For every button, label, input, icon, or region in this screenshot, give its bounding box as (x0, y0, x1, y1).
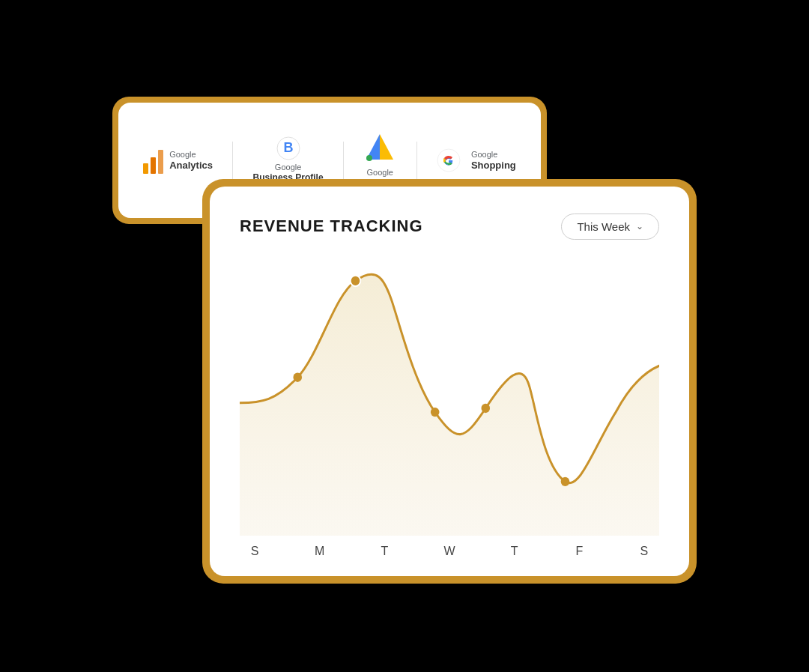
card-header: REVENUE TRACKING This Week ⌄ (240, 214, 659, 240)
gshopping-name-label: Shopping (471, 160, 516, 172)
svg-point-5 (366, 155, 372, 161)
gads-icon (363, 131, 396, 161)
chart-area (240, 258, 659, 536)
gbp-icon: B (276, 136, 300, 160)
period-label: This Week (577, 220, 630, 233)
gbp-google-label: Google (275, 162, 301, 172)
x-axis: S M T W T F S (240, 539, 659, 558)
ga-google-label: Google (169, 149, 213, 160)
divider-1 (232, 142, 233, 179)
gads-google-label: Google (367, 167, 393, 178)
scene: Google Analytics B Google Business Profi… (112, 67, 697, 606)
google-business-profile-logo: B Google Business Profile (253, 136, 324, 184)
google-analytics-logo: Google Analytics (143, 147, 213, 174)
x-label-s1: S (240, 545, 270, 558)
chart-fill-path (240, 274, 659, 536)
gshopping-icon (437, 148, 461, 172)
chart-dot-4 (481, 403, 490, 412)
ga-icon (143, 147, 163, 174)
gshopping-google-label: Google (471, 149, 516, 160)
period-selector[interactable]: This Week ⌄ (561, 214, 659, 240)
divider-3 (416, 142, 417, 179)
front-card-wrapper: REVENUE TRACKING This Week ⌄ (202, 179, 697, 584)
chart-dot-5 (561, 476, 570, 485)
chart-dot-1 (293, 372, 302, 381)
google-shopping-logo: Google Shopping (437, 148, 516, 172)
x-label-s2: S (629, 545, 659, 558)
chart-title: REVENUE TRACKING (240, 217, 423, 236)
chart-dot-3 (431, 407, 440, 416)
chevron-down-icon: ⌄ (636, 221, 643, 231)
x-label-f: F (564, 545, 594, 558)
revenue-chart-svg (240, 258, 659, 536)
svg-marker-4 (380, 134, 393, 160)
x-label-t2: T (500, 545, 530, 558)
ga-name-label: Analytics (169, 160, 213, 172)
chart-dot-2 (351, 275, 361, 285)
x-label-t1: T (369, 545, 399, 558)
svg-text:B: B (283, 140, 293, 155)
front-card: REVENUE TRACKING This Week ⌄ (210, 187, 689, 576)
x-label-w: W (434, 545, 464, 558)
divider-2 (343, 142, 344, 179)
x-label-m: M (305, 545, 335, 558)
